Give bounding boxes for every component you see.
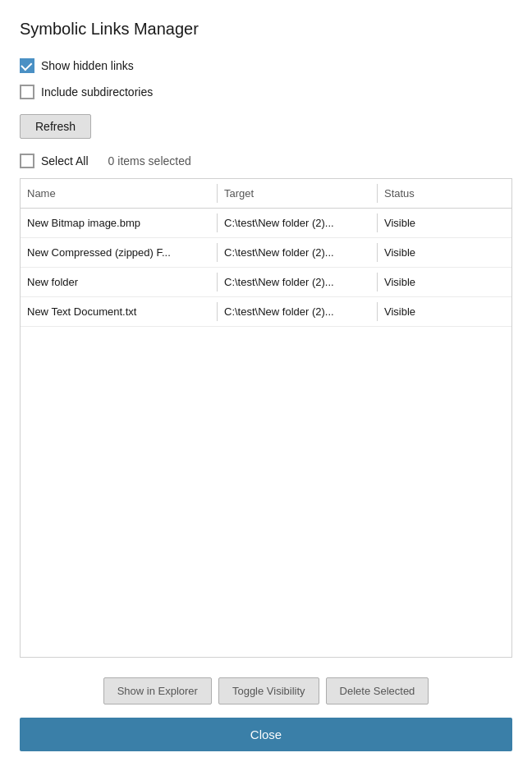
column-header-name: Name [21, 184, 218, 203]
select-all-checkbox[interactable] [20, 154, 34, 168]
delete-selected-button[interactable]: Delete Selected [326, 677, 429, 704]
row-name: New Compressed (zipped) F... [21, 243, 218, 262]
row-target: C:\test\New folder (2)... [218, 302, 378, 321]
close-button[interactable]: Close [20, 718, 512, 751]
include-subdirectories-label[interactable]: Include subdirectories [41, 85, 153, 99]
row-name: New folder [21, 273, 218, 291]
row-status: Visible [378, 243, 511, 262]
select-all-row: Select All 0 items selected [20, 154, 512, 168]
row-status: Visible [378, 302, 511, 321]
table-row[interactable]: New folder C:\test\New folder (2)... Vis… [21, 268, 511, 297]
items-selected-count: 0 items selected [108, 154, 191, 168]
row-status: Visible [378, 273, 511, 291]
table-row[interactable]: New Bitmap image.bmp C:\test\New folder … [21, 209, 511, 238]
row-target: C:\test\New folder (2)... [218, 213, 378, 232]
column-header-status: Status [378, 184, 511, 203]
column-header-target: Target [218, 184, 378, 203]
table-row[interactable]: New Text Document.txt C:\test\New folder… [21, 297, 511, 327]
include-subdirectories-checkbox[interactable] [20, 85, 34, 99]
row-target: C:\test\New folder (2)... [218, 243, 378, 262]
links-table: Name Target Status New Bitmap image.bmp … [20, 178, 512, 658]
show-hidden-links-row: Show hidden links [20, 58, 512, 73]
show-hidden-links-checkbox[interactable] [20, 58, 34, 73]
row-target: C:\test\New folder (2)... [218, 273, 378, 291]
select-all-label[interactable]: Select All [41, 154, 89, 168]
action-buttons: Show in Explorer Toggle Visibility Delet… [20, 677, 512, 704]
main-window: Symbolic Links Manager Show hidden links… [0, 0, 532, 771]
refresh-button[interactable]: Refresh [20, 114, 91, 139]
row-name: New Text Document.txt [21, 302, 218, 321]
include-subdirectories-row: Include subdirectories [20, 85, 512, 99]
row-status: Visible [378, 213, 511, 232]
table-row[interactable]: New Compressed (zipped) F... C:\test\New… [21, 238, 511, 268]
toggle-visibility-button[interactable]: Toggle Visibility [218, 677, 319, 704]
table-header: Name Target Status [21, 179, 511, 209]
window-title: Symbolic Links Manager [20, 20, 512, 39]
footer: Show in Explorer Toggle Visibility Delet… [20, 671, 512, 751]
row-name: New Bitmap image.bmp [21, 213, 218, 232]
show-hidden-links-label[interactable]: Show hidden links [41, 59, 134, 72]
show-in-explorer-button[interactable]: Show in Explorer [103, 677, 212, 704]
